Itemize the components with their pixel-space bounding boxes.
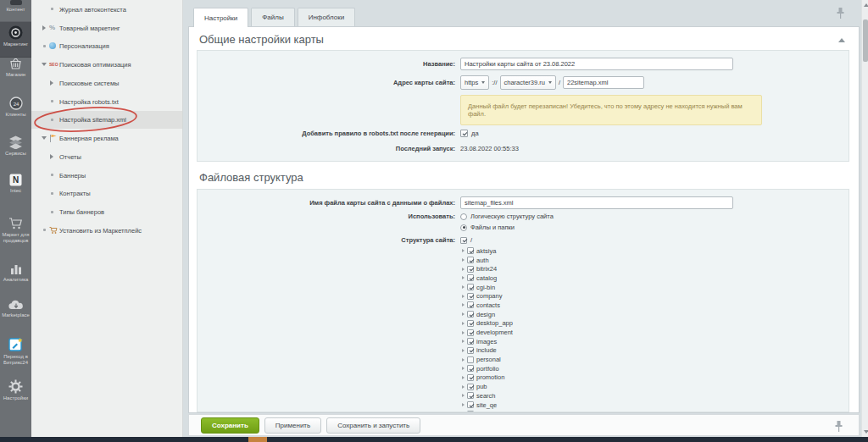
expand-icon[interactable] bbox=[462, 268, 465, 271]
rail-item-services[interactable]: Сервисы bbox=[0, 135, 31, 159]
tree-node-catalog[interactable]: catalog bbox=[462, 273, 513, 283]
tree-node-promotion[interactable]: promotion bbox=[462, 373, 513, 383]
menu-item-поисковые-системы[interactable]: Поисковые системы bbox=[31, 74, 182, 92]
tree-checkbox[interactable] bbox=[467, 401, 474, 408]
tree-checkbox[interactable] bbox=[467, 338, 474, 345]
rail-item-shop[interactable]: Магазин bbox=[0, 58, 31, 81]
menu-item-типы-баннеров[interactable]: Типы баннеров bbox=[31, 202, 182, 221]
menu-item-журнал-автоконтекста[interactable]: Журнал автоконтекста bbox=[31, 0, 182, 19]
tree-checkbox[interactable] bbox=[467, 257, 474, 263]
tree-checkbox[interactable] bbox=[467, 274, 474, 281]
menu-item-контракты[interactable]: Контракты bbox=[31, 185, 182, 203]
rail-item-marketing[interactable]: Маркетинг bbox=[0, 21, 31, 58]
expand-icon[interactable] bbox=[462, 285, 465, 289]
pin-icon[interactable] bbox=[834, 420, 843, 433]
rail-item-analytics[interactable]: Аналитика bbox=[0, 262, 31, 286]
tree-node-images[interactable]: images bbox=[462, 337, 513, 346]
scroll-down-icon[interactable] bbox=[864, 430, 868, 434]
expand-icon[interactable] bbox=[462, 385, 465, 389]
expand-icon[interactable] bbox=[462, 331, 465, 334]
save-button[interactable]: Сохранить bbox=[201, 417, 259, 434]
expand-icon[interactable] bbox=[462, 322, 465, 325]
menu-item-персонализация[interactable]: Персонализация bbox=[31, 37, 182, 56]
rail-item-settings[interactable]: Настройки bbox=[0, 379, 31, 406]
tree-node-auth[interactable]: auth bbox=[462, 256, 513, 265]
pin-icon[interactable] bbox=[836, 7, 845, 19]
menu-item-поисковая-оптимизация[interactable]: SEOПоисковая оптимизация bbox=[31, 55, 182, 74]
tree-checkbox[interactable] bbox=[467, 293, 474, 300]
tree-checkbox[interactable] bbox=[467, 374, 474, 381]
menu-item-установить-из-маркетплейс[interactable]: Установить из Маркетплейс bbox=[31, 221, 182, 240]
rail-item-content[interactable]: Контент bbox=[0, 0, 31, 17]
scrollbar-thumb[interactable] bbox=[863, 19, 868, 62]
expand-icon[interactable] bbox=[462, 276, 465, 279]
tree-node-contacts[interactable]: contacts bbox=[462, 301, 513, 310]
tab-настройки[interactable]: Настройки bbox=[193, 8, 248, 27]
tree-checkbox[interactable] bbox=[467, 329, 474, 336]
domain-select[interactable]: character39.ru bbox=[500, 75, 556, 90]
use-files-radio[interactable] bbox=[460, 224, 467, 231]
tree-node-desktop_app[interactable]: desktop_app bbox=[462, 319, 513, 329]
name-input[interactable] bbox=[460, 58, 733, 70]
tree-node-company[interactable]: company bbox=[462, 291, 513, 301]
tab-инфоблоки[interactable]: Инфоблоки bbox=[298, 8, 356, 26]
tree-checkbox[interactable] bbox=[467, 356, 474, 363]
expand-icon[interactable] bbox=[462, 340, 465, 343]
tree-node-site_qe[interactable]: site_qe bbox=[462, 401, 513, 410]
menu-item-баннеры[interactable]: Баннеры bbox=[31, 166, 182, 185]
tree-node-bitrix24[interactable]: bitrix24 bbox=[462, 264, 513, 273]
rail-item-intec[interactable]: NIntec bbox=[0, 174, 31, 201]
tree-checkbox[interactable] bbox=[467, 384, 474, 390]
menu-item-настройка-robots.txt[interactable]: Настройка robots.txt bbox=[31, 92, 182, 111]
collapse-section-icon[interactable] bbox=[838, 38, 845, 42]
sitemap-file-input[interactable] bbox=[563, 76, 644, 89]
tree-checkbox[interactable] bbox=[467, 365, 474, 372]
expand-icon[interactable] bbox=[462, 249, 465, 252]
save-run-button[interactable]: Сохранить и запустить bbox=[326, 417, 420, 434]
rail-item-clients[interactable]: 24Клиенты bbox=[0, 97, 31, 120]
protocol-select[interactable]: https bbox=[460, 75, 489, 90]
tree-node-portfolio[interactable]: portfolio bbox=[462, 364, 513, 373]
tree-checkbox[interactable] bbox=[467, 320, 474, 327]
expand-icon[interactable] bbox=[462, 349, 465, 352]
expand-icon[interactable] bbox=[462, 358, 465, 362]
tree-node-design[interactable]: design bbox=[462, 310, 513, 319]
tree-node-search[interactable]: search bbox=[462, 391, 513, 401]
tree-checkbox[interactable] bbox=[467, 392, 474, 399]
tree-node-aktsiya[interactable]: aktsiya bbox=[462, 246, 513, 256]
menu-item-отчеты[interactable]: Отчеты bbox=[31, 147, 182, 166]
use-logical-radio[interactable] bbox=[460, 213, 467, 220]
tree-node-include[interactable]: include bbox=[462, 346, 513, 356]
root-checkbox[interactable] bbox=[460, 237, 467, 244]
rail-item-market-sellers[interactable]: Маркет для продавцов bbox=[0, 217, 31, 251]
tree-node-pub[interactable]: pub bbox=[462, 382, 513, 391]
tree-node-personal[interactable]: personal bbox=[462, 355, 513, 364]
menu-item-настройка-sitemap.xml[interactable]: Настройка sitemap.xml bbox=[31, 111, 182, 130]
menu-item-баннерная-реклама[interactable]: Баннерная реклама bbox=[31, 129, 182, 147]
expand-icon[interactable] bbox=[462, 403, 465, 406]
tab-файлы[interactable]: Файлы bbox=[251, 8, 294, 26]
expand-icon[interactable] bbox=[462, 376, 465, 379]
tree-node-solutions[interactable]: solutions bbox=[462, 409, 513, 412]
expand-icon[interactable] bbox=[462, 312, 465, 316]
filename-input[interactable] bbox=[460, 196, 733, 209]
menu-item-товарный-маркетинг[interactable]: %Товарный маркетинг bbox=[31, 19, 182, 37]
robots-checkbox[interactable] bbox=[460, 130, 468, 137]
tree-checkbox[interactable] bbox=[467, 411, 474, 412]
tree-checkbox[interactable] bbox=[467, 347, 474, 354]
tree-checkbox[interactable] bbox=[467, 284, 474, 290]
apply-button[interactable]: Применить bbox=[264, 417, 321, 434]
rail-item-bitrix24[interactable]: Переход в Битрикс24 bbox=[0, 337, 31, 373]
tree-checkbox[interactable] bbox=[467, 301, 474, 308]
scroll-up-icon[interactable] bbox=[864, 3, 868, 7]
tree-node-cgi-bin[interactable]: cgi-bin bbox=[462, 283, 513, 292]
tree-node-development[interactable]: development bbox=[462, 328, 513, 337]
tree-checkbox[interactable] bbox=[467, 247, 474, 254]
expand-icon[interactable] bbox=[462, 258, 465, 262]
expand-icon[interactable] bbox=[462, 394, 465, 397]
expand-icon[interactable] bbox=[462, 367, 465, 370]
expand-icon[interactable] bbox=[462, 295, 465, 298]
rail-item-marketplace[interactable]: Marketplace bbox=[0, 300, 31, 325]
expand-icon[interactable] bbox=[462, 303, 465, 307]
tree-checkbox[interactable] bbox=[467, 311, 474, 318]
